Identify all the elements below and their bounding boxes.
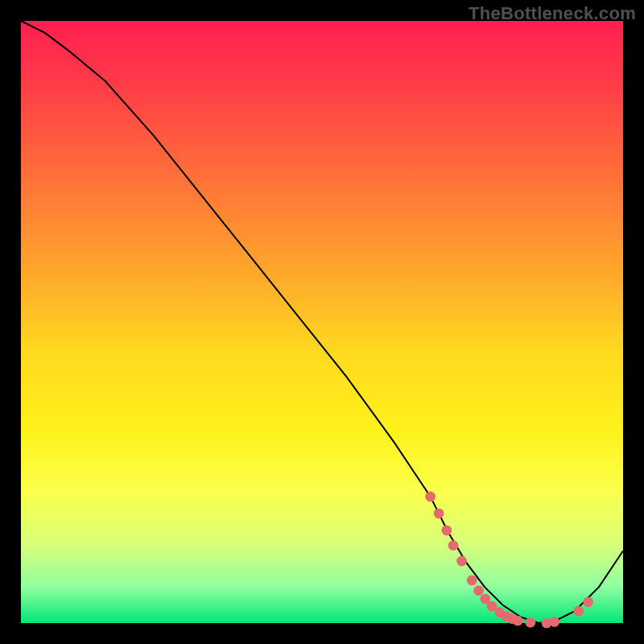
optimal-dot <box>473 585 484 596</box>
optimal-dot <box>525 617 535 628</box>
optimal-dot <box>425 492 436 502</box>
optimal-dot <box>434 509 444 519</box>
optimal-dot <box>583 597 593 607</box>
watermark-text: TheBottleneck.com <box>469 3 636 24</box>
marker-layer <box>425 492 593 629</box>
curve-layer <box>21 21 623 623</box>
optimal-dot <box>573 606 584 617</box>
optimal-dot <box>456 556 467 567</box>
optimal-dot <box>448 540 459 551</box>
optimal-dot <box>549 617 559 627</box>
bottleneck-curve <box>21 21 623 623</box>
optimal-dot <box>467 576 477 586</box>
chart-frame: TheBottleneck.com <box>0 0 644 644</box>
optimal-dot <box>513 616 523 626</box>
plot-area <box>21 21 623 623</box>
chart-svg <box>21 21 623 623</box>
optimal-dot <box>441 525 452 535</box>
